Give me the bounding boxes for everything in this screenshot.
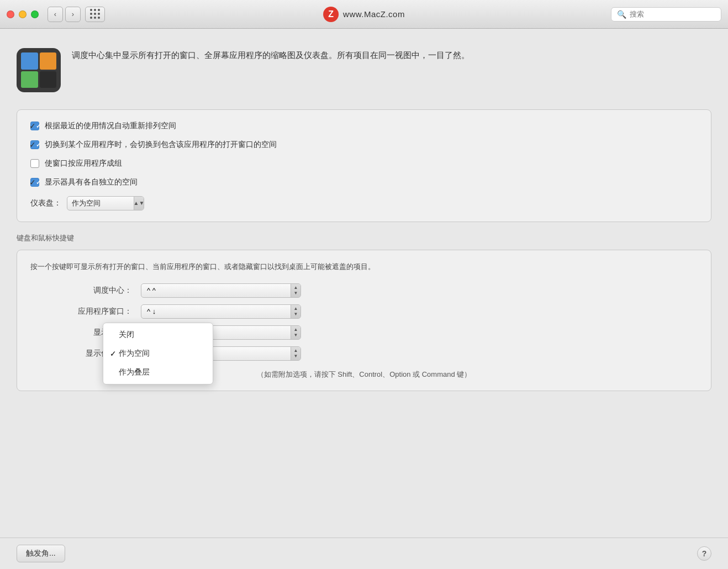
bottom-bar: 触发角... ? [0, 538, 728, 569]
settings-panel: ✓ 根据最近的使用情况自动重新排列空间 ✓ 切换到某个应用程序时，会切换到包含该… [17, 109, 711, 222]
checkbox-2[interactable]: ✓ [30, 140, 39, 149]
trigger-corner-button[interactable]: 触发角... [17, 545, 65, 562]
checkbox-row-4: ✓ 显示器具有各自独立的空间 [30, 177, 698, 187]
app-info: 调度中心集中显示所有打开的窗口、全屏幕应用程序的缩略图及仪表盘。所有项目在同一视… [17, 40, 711, 101]
shortcut-row-1: 应用程序窗口： ^ ↓ ▲▼ [30, 304, 698, 319]
shortcut-row-0: 调度中心： ^ ^ ▲▼ [30, 283, 698, 298]
keyboard-section-title: 键盘和鼠标快捷键 [17, 233, 711, 243]
dashboard-label: 仪表盘： [30, 198, 61, 208]
maximize-button[interactable] [31, 10, 39, 18]
app-logo: Z [323, 7, 339, 22]
shortcut-value-0: ^ ^ [147, 286, 156, 294]
search-input[interactable] [630, 10, 715, 18]
shortcut-select-0[interactable]: ^ ^ ▲▼ [141, 283, 301, 298]
checkbox-4-label: 显示器具有各自独立的空间 [45, 177, 138, 187]
stepper-icon-2: ▲▼ [291, 326, 300, 339]
keyboard-description: 按一个按键即可显示所有打开的窗口、当前应用程序的窗口、或者隐藏窗口以找到桌面上可… [30, 261, 698, 272]
checkbox-row-3: 使窗口按应用程序成组 [30, 159, 698, 168]
minimize-button[interactable] [19, 10, 27, 18]
checkbox-4[interactable]: ✓ [30, 178, 39, 187]
shortcut-select-1[interactable]: ^ ↓ ▲▼ [141, 304, 301, 319]
checkbox-row-2: ✓ 切换到某个应用程序时，会切换到包含该应用程序的打开窗口的空间 [30, 140, 698, 150]
search-box[interactable]: 🔍 [611, 7, 721, 22]
titlebar: ‹ › Z www.MacZ.com 🔍 [0, 0, 728, 29]
stepper-icon-0: ▲▼ [291, 284, 300, 297]
dashboard-row: 仪表盘： 作为空间 ▲ ▼ [30, 196, 698, 210]
checkbox-row-1: ✓ 根据最近的使用情况自动重新排列空间 [30, 121, 698, 131]
grid-icon [90, 9, 101, 19]
stepper-icon-1: ▲▼ [291, 305, 300, 318]
dropdown-menu: 关闭 ✓ 作为空间 作为叠层 [103, 323, 213, 384]
app-grid-button[interactable] [85, 7, 105, 22]
main-content: 调度中心集中显示所有打开的窗口、全屏幕应用程序的缩略图及仪表盘。所有项目在同一视… [0, 29, 728, 538]
app-icon [17, 48, 61, 92]
shortcut-label-1: 应用程序窗口： [30, 307, 141, 317]
close-button[interactable] [7, 10, 14, 18]
nav-buttons: ‹ › [48, 7, 81, 22]
site-title: www.MacZ.com [343, 9, 405, 19]
help-button[interactable]: ? [697, 546, 711, 561]
menu-item-space[interactable]: ✓ 作为空间 [103, 344, 213, 363]
checkbox-2-label: 切换到某个应用程序时，会切换到包含该应用程序的打开窗口的空间 [45, 140, 277, 150]
dashboard-dropdown[interactable]: 作为空间 ▲ ▼ [67, 196, 144, 210]
checkmark-icon: ✓ [110, 349, 117, 358]
checkbox-3[interactable] [30, 159, 39, 168]
titlebar-title: Z www.MacZ.com [323, 7, 405, 22]
checkbox-3-label: 使窗口按应用程序成组 [45, 159, 122, 168]
dashboard-value: 作为空间 [72, 198, 101, 208]
search-icon: 🔍 [617, 10, 626, 19]
checkbox-1[interactable]: ✓ [30, 122, 39, 130]
menu-item-close[interactable]: 关闭 [103, 325, 213, 344]
stepper-icon-3: ▲▼ [291, 347, 300, 360]
app-description: 调度中心集中显示所有打开的窗口、全屏幕应用程序的缩略图及仪表盘。所有项目在同一视… [72, 48, 469, 62]
forward-button[interactable]: › [65, 7, 81, 22]
shortcut-label-0: 调度中心： [30, 286, 141, 296]
checkbox-1-label: 根据最近的使用情况自动重新排列空间 [45, 121, 176, 131]
traffic-lights [7, 10, 39, 18]
shortcut-value-1: ^ ↓ [147, 307, 156, 315]
menu-item-overlay[interactable]: 作为叠层 [103, 363, 213, 382]
back-button[interactable]: ‹ [48, 7, 63, 22]
dropdown-arrow-icon: ▲ ▼ [134, 197, 144, 210]
